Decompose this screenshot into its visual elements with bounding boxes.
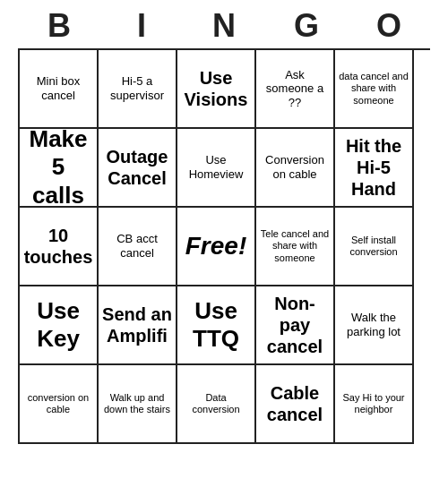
bingo-cell-text: Send an Amplifi — [102, 303, 172, 346]
bingo-cell[interactable]: Use Key — [20, 286, 99, 365]
bingo-cell-text: Free! — [181, 231, 251, 261]
bingo-cell-text: Cable cancel — [260, 382, 330, 425]
bingo-cell-text: Hi-5 a supervisor — [102, 74, 172, 102]
bingo-cell-text: Use Homeview — [181, 153, 251, 181]
bingo-cell[interactable]: Non-pay cancel — [256, 286, 335, 365]
bingo-cell[interactable]: 10 touches — [20, 208, 99, 286]
bingo-cell-text: Use Key — [23, 297, 93, 353]
bingo-cell[interactable]: data cancel and share with someone — [335, 50, 414, 129]
bingo-cell-text: Mini box cancel — [23, 74, 93, 102]
bingo-cell-text: conversion on cable — [23, 392, 93, 415]
bingo-cell[interactable]: Free! — [177, 208, 256, 286]
bingo-header: BINGO — [18, 0, 430, 48]
bingo-cell[interactable]: Hi-5 a supervisor — [99, 50, 177, 129]
bingo-cell-text: Use TTQ — [181, 297, 251, 353]
bingo-cell-text: Walk up and down the stairs — [102, 392, 172, 415]
bingo-cell-text: Outage Cancel — [102, 146, 172, 189]
bingo-cell[interactable]: Outage Cancel — [99, 129, 177, 208]
bingo-cell-text: Walk the parking lot — [339, 311, 409, 338]
bingo-cell[interactable]: Walk the parking lot — [335, 286, 414, 365]
bingo-cell-text: data cancel and share with someone — [339, 71, 409, 107]
bingo-cell[interactable]: Say Hi to your neighbor — [335, 365, 414, 444]
bingo-cell-text: Tele cancel and share with someone — [260, 228, 330, 264]
bingo-letter: N — [186, 7, 262, 45]
bingo-cell[interactable]: CB acct cancel — [99, 208, 177, 286]
bingo-cell-text: Say Hi to your neighbor — [339, 392, 409, 415]
bingo-cell[interactable]: Mini box cancel — [20, 50, 99, 129]
bingo-cell-text: Non-pay cancel — [260, 293, 330, 357]
bingo-cell-text: 10 touches — [23, 225, 93, 268]
bingo-cell[interactable]: conversion on cable — [20, 365, 99, 444]
bingo-cell-text: Use Visions — [181, 67, 251, 110]
bingo-cell[interactable]: Cable cancel — [256, 365, 335, 444]
bingo-cell[interactable]: Data conversion — [177, 365, 256, 444]
bingo-cell[interactable]: Hit the Hi-5 Hand — [335, 129, 414, 208]
bingo-cell[interactable]: Make 5 calls — [20, 129, 99, 208]
bingo-cell-text: Make 5 calls — [23, 125, 93, 209]
bingo-cell-text: Data conversion — [181, 392, 251, 415]
bingo-cell[interactable]: Walk up and down the stairs — [99, 365, 177, 444]
bingo-cell-text: Hit the Hi-5 Hand — [339, 135, 409, 200]
bingo-letter: G — [269, 7, 344, 45]
bingo-cell[interactable]: Use TTQ — [177, 286, 256, 365]
bingo-cell-text: Conversion on cable — [260, 153, 330, 181]
bingo-letter: B — [22, 7, 97, 45]
bingo-cell[interactable]: Conversion on cable — [256, 129, 335, 208]
bingo-letter: O — [351, 7, 426, 45]
bingo-cell-text: Self install conversion — [339, 235, 409, 258]
bingo-cell[interactable]: Use Homeview — [177, 129, 256, 208]
bingo-grid: Mini box cancelHi-5 a supervisorUse Visi… — [18, 48, 430, 444]
bingo-cell[interactable]: Tele cancel and share with someone — [256, 208, 335, 286]
bingo-cell[interactable]: Send an Amplifi — [99, 286, 177, 365]
bingo-cell[interactable]: Ask someone a ?? — [256, 50, 335, 129]
bingo-cell-text: CB acct cancel — [102, 232, 172, 260]
bingo-letter: I — [104, 7, 179, 45]
bingo-cell[interactable]: Use Visions — [177, 50, 256, 129]
bingo-cell-text: Ask someone a ?? — [260, 68, 330, 110]
bingo-cell[interactable]: Self install conversion — [335, 208, 414, 286]
